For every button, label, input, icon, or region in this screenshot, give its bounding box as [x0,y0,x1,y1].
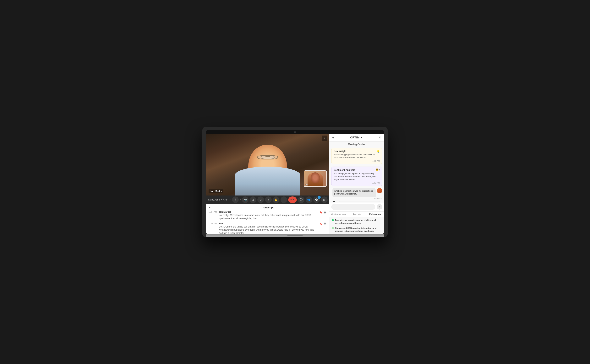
more-icon: ⋮ [282,198,285,201]
copilot-section-title: Meeting Copilot [329,142,384,147]
expand-icon: ⤢ [324,137,325,140]
followup-dot [332,219,334,221]
transcript-actions: 🔖 ➕ [319,222,326,234]
more-button[interactable]: ⋮ [280,196,287,203]
transcript-actions: 🔖 ➕ [319,211,326,220]
laptop-hinge [287,235,303,236]
laptop-base [206,234,384,237]
call-controls-bar: Sales Acme <> Jon ^ 🎙 ^ 📷 ⊞ ☺ [206,195,329,204]
transcript-time: 11:54 AM [209,211,217,220]
grid-button[interactable]: ⊞ [321,196,328,203]
call-title: Sales Acme <> Jon [208,198,228,201]
video-area: ⤢ Jon Marks You [206,134,329,234]
expand-button[interactable]: ⤢ [322,136,327,141]
camera-dot [294,131,296,133]
transcript-time: 11:54 AM [209,222,217,234]
sentiment-text: Jon's engagement dipped during scalabili… [334,172,380,181]
tab-followups[interactable]: Follow-Ups [366,212,384,217]
chat-input[interactable] [331,204,375,210]
end-call-icon: 📞 [290,197,295,202]
transcript-entry: 11:54 AM Jon Marks: Not really. We've lo… [209,211,326,220]
sentiment-icon: 😊+ [375,168,380,171]
followup-item: Dive deeper into debugging challenges in… [332,219,382,225]
bottom-tabs: Customer Info Agenda Follow-Ups [329,211,384,217]
chat-button[interactable]: 💬 2 [313,196,320,203]
emoji-icon: ☺ [259,198,262,201]
info-button[interactable]: ⓘ [298,196,305,203]
key-insight-card: Key Insight Jon: Debugging asynchronous … [331,148,382,164]
add-icon[interactable]: ➕ [324,211,326,214]
transcript-title: Transcript [261,206,274,209]
user-message-bubble: what did jon mention was his biggest pai… [332,188,376,197]
chat-message-user: what did jon mention was his biggest pai… [331,188,382,200]
transcript-content: Jon Marks: Not really. We've looked into… [219,211,318,220]
end-call-button[interactable]: 📞 [288,196,297,203]
user-avatar [377,188,382,193]
transcript-collapse-button[interactable]: ▼ [209,206,211,209]
transcript-speaker: Jon Marks: [219,211,318,213]
transcript-panel: ▼ Transcript 11:54 AM Jon Marks: Not rea… [206,204,329,234]
screen-bezel: ⤢ Jon Marks You [206,130,384,234]
self-video-thumbnail: You [304,170,327,187]
camera-button[interactable]: 📷 [242,196,248,203]
sentiment-title: Sentiment Analysis [334,169,380,171]
laptop-shell: ⤢ Jon Marks You [202,127,388,237]
chat-input-area: ➤ [329,202,384,211]
emoji-button[interactable]: ☺ [257,196,264,203]
screen-content: ⤢ Jon Marks You [206,134,384,234]
panel-title: OPTIMIX [335,136,377,139]
transcript-text: Got it. One of the things our platform d… [219,225,318,234]
panel-collapse-button[interactable]: ◀ [332,136,334,139]
right-controls: ⓘ 👥 💬 2 ⊞ [298,196,328,203]
sentiment-time: 11:52 AM [334,182,380,184]
mic-icon: 🎙 [234,198,237,201]
followup-item: Showcase CI/CD pipeline integration and … [332,227,382,233]
chat-badge: 2 [318,196,321,199]
tab-agenda[interactable]: Agenda [348,212,366,217]
followup-text: Showcase CI/CD pipeline integration and … [335,227,382,233]
transcript-text: Not really. We've looked into some tools… [219,214,318,220]
grid-icon: ⊞ [323,198,325,201]
key-insight-title: Key Insight [334,150,380,152]
hand-button[interactable]: ✋ [273,196,279,203]
transcript-entry: 11:54 AM You: Got it. One of the things … [209,222,326,234]
participants-button[interactable]: 👥 [306,196,312,203]
followup-dot [332,227,334,229]
send-icon: ➤ [378,206,380,208]
share-icon: ↑ [268,198,269,201]
transcript-speaker: You: [219,222,318,225]
self-participant-name: You [305,183,309,186]
bookmark-icon[interactable]: 🔖 [319,222,322,225]
bookmark-icon[interactable]: 🔖 [319,211,322,214]
add-icon[interactable]: ➕ [324,222,326,225]
key-insight-time: 11:50 AM [334,160,380,162]
followup-list: Dive deeper into debugging challenges in… [329,217,384,234]
followup-text: Dive deeper into debugging challenges in… [335,219,382,225]
participants-icon: 👥 [307,198,311,201]
transcript-content: You: Got it. One of the things our platf… [219,222,318,234]
main-video: ⤢ Jon Marks You [206,134,329,195]
info-icon: ⓘ [300,198,303,202]
settings-icon[interactable]: ⚙ [379,136,381,139]
key-insight-text: Jon: Debugging asynchronous workflows in… [334,153,380,159]
participant-main-name: Jon Marks [209,189,223,193]
mic-button[interactable]: 🎙 [232,196,239,203]
lightbulb-icon: 💡 [376,150,380,153]
share-button[interactable]: ↑ [265,196,272,203]
tab-customer-info[interactable]: Customer Info [329,212,348,217]
transcript-header: ▼ Transcript [209,206,326,209]
chat-send-button[interactable]: ➤ [377,204,382,210]
layout-icon: ⊞ [252,198,254,201]
layout-button[interactable]: ⊞ [250,196,256,203]
user-message-time: 11:52 AM [374,198,382,200]
mic-chevron[interactable]: ^ [230,199,231,201]
camera-icon: 📷 [244,198,247,201]
hand-icon: ✋ [274,198,278,201]
chat-icon: 💬 [315,198,318,201]
panel-header: ◀ OPTIMIX ⚙ [329,134,384,142]
right-panel: ◀ OPTIMIX ⚙ Meeting Copilot Key Insight … [329,134,384,234]
chat-area: what did jon mention was his biggest pai… [329,187,384,202]
camera-chevron[interactable]: ^ [240,199,241,201]
sentiment-card: Sentiment Analysis Jon's engagement dipp… [331,167,382,186]
